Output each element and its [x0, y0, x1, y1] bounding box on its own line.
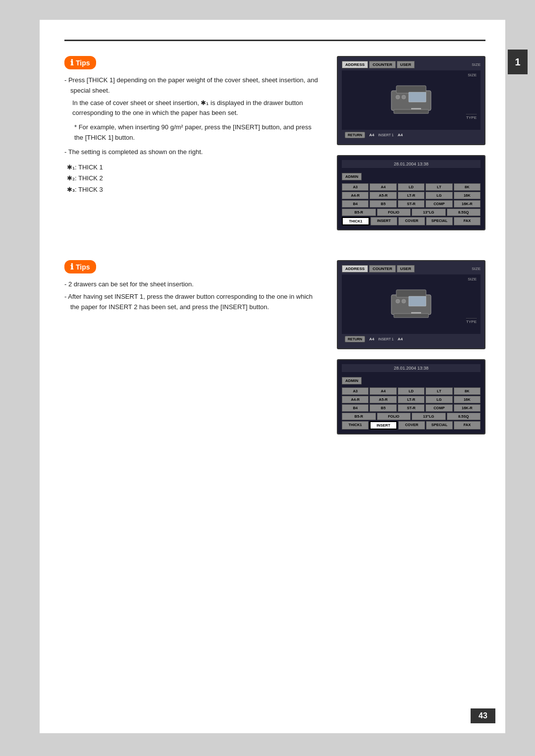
btn-row-3-2: B4 B5 ST-R COMP 16K-R [342, 404, 481, 412]
btn-16kr-1[interactable]: 16K-R [454, 200, 481, 208]
a4-label-2: A4 [369, 337, 374, 341]
tips-badge-1: Tips [64, 56, 96, 69]
screen-bottom-2: RETURN A4 INSERT 1 A4 [342, 334, 481, 344]
section1-text: Press [THICK 1] depending on the paper w… [64, 75, 322, 195]
user-btn-2[interactable]: USER [397, 265, 415, 272]
counter-btn-2[interactable]: COUNTER [369, 265, 396, 272]
machine-screen-1: ADDRESS COUNTER USER SIZE [338, 57, 484, 144]
btn-b4-1[interactable]: B4 [342, 200, 369, 208]
section2-text: 2 drawers can be set for the sheet inser… [64, 279, 322, 312]
btn-folio-2[interactable]: FOLIO [377, 413, 411, 420]
user-btn-1[interactable]: USER [397, 61, 415, 68]
btn-b5-2[interactable]: B5 [370, 404, 396, 412]
btn-a3-1[interactable]: A3 [342, 183, 369, 191]
svg-rect-9 [394, 314, 428, 318]
btn-special-1[interactable]: SPECIAL [426, 217, 453, 225]
btn-b5-1[interactable]: B5 [370, 200, 396, 208]
btn-8k-2[interactable]: 8K [454, 387, 481, 395]
svg-point-12 [402, 299, 406, 303]
printer-area-2 [345, 277, 478, 324]
btn-folio-1[interactable]: FOLIO [377, 209, 411, 216]
grid-buttons-2: A3 A4 LD LT 8K A4-R A5-R LT-R LG 16K [342, 387, 481, 430]
size-label-1: SIZE [416, 62, 481, 67]
btn-16k-2[interactable]: 16K [454, 396, 481, 403]
btn-row-5-2: THICK1 INSERT COVER SPECIAL FAX [342, 421, 481, 430]
return-btn-2[interactable]: RETURN [345, 336, 365, 342]
btn-16kr-2[interactable]: 16K-R [454, 404, 481, 412]
btn-special-2[interactable]: SPECIAL [426, 421, 453, 430]
btn-b5r-1[interactable]: B5-R [342, 209, 376, 216]
btn-a4-2[interactable]: A4 [370, 387, 396, 395]
btn-ltr-1[interactable]: LT-R [398, 192, 425, 199]
tips-badge-2: Tips [64, 260, 96, 273]
btn-b4-2[interactable]: B4 [342, 404, 369, 412]
btn-a4-1[interactable]: A4 [370, 183, 396, 191]
btn-a3-2[interactable]: A3 [342, 387, 369, 395]
thick-item-1: ✱₁: THICK 1 [67, 162, 322, 173]
btn-8k-1[interactable]: 8K [454, 183, 481, 191]
btn-thick1-2[interactable]: THICK1 [342, 421, 369, 430]
control-screen-2: 28.01.2004 13:38 ADMIN A3 A4 LD LT 8K A4… [338, 360, 484, 433]
thick-item-3: ✱₃: THICK 3 [67, 185, 322, 195]
address-btn-1[interactable]: ADDRESS [342, 61, 368, 68]
admin-btn-2[interactable]: ADMIN [342, 377, 362, 384]
btn-lg-1[interactable]: LG [426, 192, 452, 199]
btn-comp-2[interactable]: COMP [426, 404, 452, 412]
section1-area: Tips Press [THICK 1] depending on the pa… [64, 56, 485, 240]
svg-point-11 [396, 299, 400, 303]
btn-str-2[interactable]: ST-R [398, 404, 425, 412]
btn-a5r-1[interactable]: A5-R [370, 192, 396, 199]
type-side-label-2: TYPE [466, 318, 477, 324]
btn-a5r-2[interactable]: A5-R [370, 396, 396, 403]
svg-point-4 [396, 95, 400, 99]
svg-rect-6 [411, 108, 421, 109]
return-btn-1[interactable]: RETURN [345, 132, 365, 138]
btn-ld-2[interactable]: LD [398, 387, 425, 395]
btn-row-2-2: A4-R A5-R LT-R LG 16K [342, 396, 481, 403]
btn-a4r-2[interactable]: A4-R [342, 396, 369, 403]
page-number: 43 [471, 708, 495, 723]
indent-text-1: In the case of cover sheet or sheet inse… [72, 98, 322, 119]
btn-b5r-2[interactable]: B5-R [342, 413, 376, 420]
btn-13lg-1[interactable]: 13"LG [412, 209, 446, 216]
btn-cover-2[interactable]: COVER [398, 421, 425, 430]
bullet-item-1: Press [THICK 1] depending on the paper w… [64, 75, 322, 96]
thick-item-2: ✱₂: THICK 2 [67, 173, 322, 184]
svg-rect-2 [394, 109, 428, 113]
insert1-label-1: INSERT 1 [378, 133, 393, 137]
address-btn-2[interactable]: ADDRESS [342, 265, 368, 272]
grid-buttons-1: A3 A4 LD LT 8K A4-R A5-R LT-R LG 16K [342, 183, 481, 225]
svg-rect-10 [409, 296, 426, 306]
btn-row-1-2: A3 A4 LD LT 8K [342, 387, 481, 395]
btn-cover-1[interactable]: COVER [398, 217, 425, 225]
btn-thick1-1[interactable]: THICK1 [342, 217, 370, 225]
btn-16k-1[interactable]: 16K [454, 192, 481, 199]
btn-85sq-1[interactable]: 8.5SQ [447, 209, 481, 216]
screen-bottom-1: RETURN A4 INSERT 1 A4 [342, 130, 481, 140]
counter-btn-1[interactable]: COUNTER [369, 61, 396, 68]
btn-str-1[interactable]: ST-R [398, 200, 425, 208]
btn-a4r-1[interactable]: A4-R [342, 192, 369, 199]
datetime-1: 28.01.2004 13:38 [342, 160, 481, 168]
printer-area-1 [345, 73, 478, 120]
btn-comp-1[interactable]: COMP [426, 200, 452, 208]
btn-ltr-2[interactable]: LT-R [398, 396, 425, 403]
btn-lt-2[interactable]: LT [426, 387, 452, 395]
btn-insert-2[interactable]: INSERT [370, 421, 397, 430]
screen-mockup-2: 28.01.2004 13:38 ADMIN A3 A4 LD LT 8K A4… [337, 155, 485, 230]
admin-btn-1[interactable]: ADMIN [342, 173, 362, 180]
btn-row-4-2: B5-R FOLIO 13"LG 8.5SQ [342, 413, 481, 420]
btn-13lg-2[interactable]: 13"LG [412, 413, 446, 420]
s2-bullet-2: After having set INSERT 1, press the dra… [64, 292, 322, 313]
btn-ld-1[interactable]: LD [398, 183, 425, 191]
machine-display-1: SIZE TYPE [342, 70, 481, 130]
svg-rect-3 [409, 92, 426, 102]
btn-insert-1[interactable]: INSERT [371, 217, 397, 225]
svg-rect-13 [411, 312, 421, 314]
btn-85sq-2[interactable]: 8.5SQ [447, 413, 481, 420]
btn-lt-1[interactable]: LT [426, 183, 452, 191]
btn-lg-2[interactable]: LG [426, 396, 452, 403]
btn-fax-1[interactable]: FAX [454, 217, 481, 225]
size-side-label-2: SIZE [468, 277, 477, 281]
btn-fax-2[interactable]: FAX [454, 421, 481, 430]
